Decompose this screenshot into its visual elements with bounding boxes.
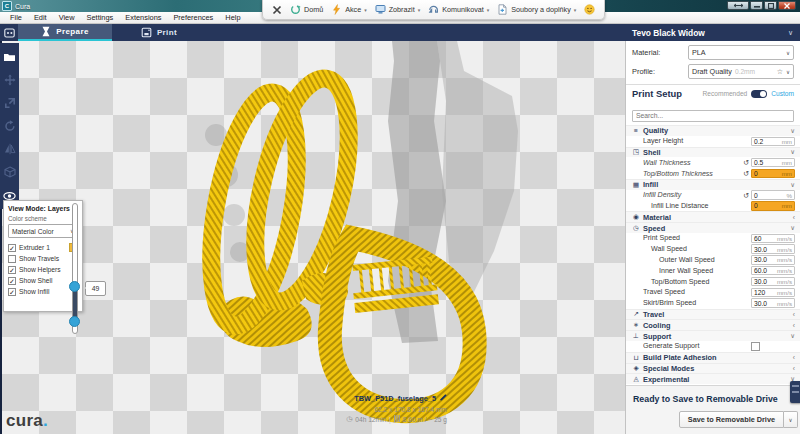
remote-dom[interactable]: Domů bbox=[290, 4, 323, 15]
main-area: cura. TBW_P51D_fuselage_5 62.2 x 170.8 x… bbox=[0, 41, 800, 434]
value-infill-density[interactable]: 0% bbox=[751, 190, 795, 199]
filament-icon bbox=[394, 415, 400, 423]
setting-infill-density: Infill Density↺0% bbox=[626, 190, 800, 201]
settings-section-quality[interactable]: ≡Quality∨ bbox=[626, 125, 800, 136]
value-top-bottom-speed[interactable]: 30.0mm/s bbox=[751, 277, 795, 286]
checkbox-generate-support[interactable] bbox=[751, 342, 760, 351]
revert-icon[interactable]: ↺ bbox=[743, 158, 749, 167]
settings-section-build-plate-adhesion[interactable]: ⊔Build Plate Adhesion‹ bbox=[626, 352, 800, 363]
value-outer-wall-speed[interactable]: 30.0mm/s bbox=[751, 255, 795, 264]
value-travel-speed[interactable]: 120mm/s bbox=[751, 288, 795, 297]
slider-handle-bottom[interactable] bbox=[69, 316, 80, 327]
menu-edit[interactable]: Edit bbox=[28, 13, 53, 22]
remote-akce[interactable]: Akce▾ bbox=[331, 4, 367, 15]
remote-smiley-icon[interactable] bbox=[584, 4, 595, 15]
profile-select[interactable]: Draft Quality 0.2mm ☆ ∨ bbox=[688, 64, 794, 79]
value-top-bottom-thickness[interactable]: 0mm bbox=[751, 169, 795, 178]
usb-drive-icon bbox=[790, 381, 800, 403]
settings-section-shell[interactable]: ◳Shell∨ bbox=[626, 147, 800, 158]
close-window-button[interactable] bbox=[778, 1, 796, 10]
value-wall-thickness[interactable]: 0.5mm bbox=[751, 158, 795, 167]
view-icon bbox=[375, 4, 386, 15]
tab-print[interactable]: Print bbox=[112, 24, 206, 41]
remote-close-icon[interactable] bbox=[272, 5, 282, 15]
quality-icon: ≡ bbox=[631, 127, 641, 134]
checkbox-show-shell[interactable]: ✓ bbox=[8, 277, 16, 285]
mode-custom-label[interactable]: Custom bbox=[771, 90, 794, 97]
edit-job-name-icon[interactable] bbox=[439, 393, 447, 403]
aero-peek-button[interactable] bbox=[727, 1, 749, 10]
save-options-dropdown[interactable]: ∨ bbox=[784, 411, 798, 428]
special-modes-icon: ◈ bbox=[631, 364, 641, 372]
remote-komunikovat[interactable]: Komunikovat▾ bbox=[428, 4, 489, 15]
chevron-down-icon: ∨ bbox=[786, 50, 790, 56]
settings-section-support[interactable]: ⊥Support∨ bbox=[626, 330, 800, 341]
layer-range-slider[interactable] bbox=[70, 203, 80, 334]
menu-view[interactable]: View bbox=[53, 13, 81, 22]
settings-section-material[interactable]: ◉Material‹ bbox=[626, 211, 800, 222]
tool-per-model-settings bbox=[0, 161, 19, 184]
shell-icon: ◳ bbox=[631, 148, 641, 156]
settings-section-cooling[interactable]: ∗Cooling‹ bbox=[626, 319, 800, 330]
tool-open-file[interactable] bbox=[0, 46, 19, 69]
maximize-button[interactable] bbox=[764, 1, 777, 10]
save-to-removable-drive-button[interactable]: Save to Removable Drive bbox=[679, 411, 784, 428]
value-wall-speed[interactable]: 30.0mm/s bbox=[751, 244, 795, 253]
color-scheme-select[interactable]: Material Color ∨ bbox=[8, 224, 78, 238]
stage-tabs: PreparePrint bbox=[18, 24, 206, 41]
settings-section-infill[interactable]: ▦Infill∨ bbox=[626, 179, 800, 190]
viewport-3d[interactable]: cura. TBW_P51D_fuselage_5 62.2 x 170.8 x… bbox=[2, 41, 625, 434]
chevron-down-icon: ∨ bbox=[786, 69, 790, 75]
remote-soubory-a-dopl-ky[interactable]: Soubory a doplňky▾ bbox=[497, 4, 576, 15]
remote-zobrazit[interactable]: Zobrazit▾ bbox=[375, 4, 420, 15]
menu-extensions[interactable]: Extensions bbox=[119, 13, 167, 22]
cura-logo-mark bbox=[0, 24, 18, 41]
smiley-icon bbox=[584, 4, 595, 15]
settings-section-speed[interactable]: ◷Speed∨ bbox=[626, 222, 800, 233]
scale-icon bbox=[4, 95, 16, 113]
setting-wall-speed: Wall Speed30.0mm/s bbox=[626, 244, 800, 255]
menu-help[interactable]: Help bbox=[219, 13, 246, 22]
chevron-collapsed-icon: ‹ bbox=[793, 322, 795, 329]
tool-mirror bbox=[0, 138, 19, 161]
revert-icon[interactable]: ↺ bbox=[743, 169, 749, 178]
setup-mode-toggle[interactable] bbox=[751, 90, 767, 98]
minimize-button[interactable] bbox=[750, 1, 763, 10]
tool-move bbox=[0, 69, 19, 92]
value-inner-wall-speed[interactable]: 60.0mm/s bbox=[751, 266, 795, 275]
cura-logo: cura. bbox=[6, 411, 48, 431]
checkbox-show-helpers[interactable]: ✓ bbox=[8, 266, 16, 274]
settings-section-special-modes[interactable]: ◈Special Modes‹ bbox=[626, 363, 800, 374]
menu-file[interactable]: File bbox=[4, 13, 28, 22]
material-select[interactable]: PLA ∨ bbox=[688, 45, 794, 60]
tab-prepare[interactable]: Prepare bbox=[18, 24, 112, 41]
setting-travel-speed: Travel Speed120mm/s bbox=[626, 287, 800, 298]
speed-icon: ◷ bbox=[631, 224, 641, 232]
sliced-model-scene bbox=[2, 41, 625, 434]
revert-icon[interactable]: ↺ bbox=[743, 191, 749, 200]
menu-preferences[interactable]: Preferences bbox=[167, 13, 219, 22]
view-option-show-travels: Show Travels bbox=[8, 253, 78, 264]
checkbox-show-travels[interactable] bbox=[8, 255, 16, 263]
per-model-settings-icon bbox=[4, 164, 16, 182]
value-layer-height[interactable]: 0.2mm bbox=[751, 137, 795, 146]
menu-settings[interactable]: Settings bbox=[81, 13, 120, 22]
checkbox-show-infill[interactable]: ✓ bbox=[8, 288, 16, 296]
actions-icon bbox=[331, 4, 342, 15]
settings-section-travel[interactable]: ↗Travel‹ bbox=[626, 309, 800, 320]
checkbox-extruder-1[interactable]: ✓ bbox=[8, 244, 16, 252]
slider-handle-top[interactable] bbox=[69, 281, 80, 292]
star-icon[interactable]: ☆ bbox=[777, 68, 783, 76]
settings-section-experimental[interactable]: ◬Experimental∨ bbox=[626, 373, 800, 384]
value-infill-line-distance[interactable]: 0mm bbox=[751, 201, 795, 210]
value-skirt-brim-speed[interactable]: 30.0mm/s bbox=[751, 298, 795, 307]
search-input[interactable] bbox=[632, 110, 794, 122]
machine-selector[interactable]: Tevo Black Widow ∨ bbox=[625, 24, 800, 41]
open-file-icon bbox=[3, 49, 16, 67]
communicate-icon bbox=[428, 4, 439, 15]
mode-recommended-label[interactable]: Recommended bbox=[703, 90, 748, 97]
job-material-estimate: 8.60 m / ~ 25 g bbox=[403, 416, 447, 423]
value-print-speed[interactable]: 60mm/s bbox=[751, 234, 795, 243]
prepare-icon bbox=[41, 23, 51, 41]
stage-bar: PreparePrint Tevo Black Widow ∨ bbox=[0, 24, 800, 41]
